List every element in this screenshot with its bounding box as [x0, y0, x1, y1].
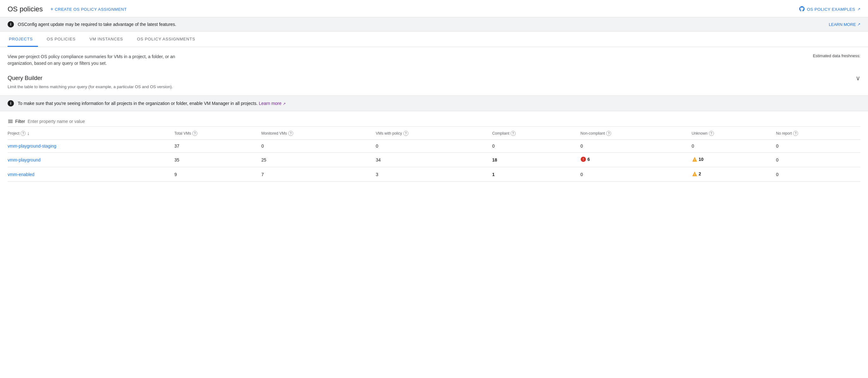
data-freshness-label: Estimated data freshness: — [813, 54, 860, 58]
unknown-value: 10 — [699, 157, 704, 162]
filter-row: Filter — [8, 116, 860, 127]
error-icon: ! — [581, 157, 586, 162]
cell-non-compliant: !6 — [581, 153, 691, 167]
table-row: vmm-enabled97310!20 — [8, 167, 860, 182]
cell-total-vms: 9 — [174, 167, 261, 182]
cell-no-report: 0 — [776, 140, 860, 153]
col-no-report: No report ? — [776, 127, 860, 140]
unknown-help-icon[interactable]: ? — [709, 131, 714, 136]
header-left: OS policies + CREATE OS POLICY ASSIGNMEN… — [8, 5, 127, 13]
cell-vms-with-policy: 34 — [376, 153, 492, 167]
monitored-vms-help-icon[interactable]: ? — [288, 131, 293, 136]
learn-more-label: LEARN MORE — [829, 22, 856, 27]
external-link-icon-2: ↗ — [857, 22, 860, 27]
tabs-container: PROJECTS OS POLICIES VM INSTANCES OS POL… — [0, 32, 868, 47]
query-builder-subtitle: Limit the table to items matching your q… — [8, 84, 860, 89]
table-container: Project ? ↓ Total VMs ? Monitored — [8, 127, 860, 182]
cell-project: vmm-playground — [8, 153, 174, 167]
info-banner-2-learn-more[interactable]: Learn more ↗ — [259, 101, 285, 106]
plus-icon: + — [50, 6, 54, 12]
project-link[interactable]: vmm-enabled — [8, 172, 34, 177]
info-icon-2: i — [8, 100, 14, 106]
filter-label: Filter — [15, 119, 25, 124]
cell-compliant: 18 — [492, 153, 581, 167]
query-builder-header[interactable]: Query Builder ∨ — [8, 74, 860, 84]
project-sort-icon[interactable]: ↓ — [27, 131, 29, 136]
cell-no-report: 0 — [776, 167, 860, 182]
create-link-label: CREATE OS POLICY ASSIGNMENT — [55, 7, 127, 12]
warning-icon: ! — [692, 157, 698, 162]
info-banner-2: i To make sure that you're seeing inform… — [0, 96, 868, 111]
cell-non-compliant: 0 — [581, 167, 691, 182]
external-link-icon: ↗ — [857, 7, 861, 11]
cell-total-vms: 37 — [174, 140, 261, 153]
compliant-help-icon[interactable]: ? — [510, 131, 516, 136]
total-vms-help-icon[interactable]: ? — [192, 131, 197, 136]
col-monitored-vms: Monitored VMs ? — [261, 127, 376, 140]
cell-total-vms: 35 — [174, 153, 261, 167]
tab-os-policies[interactable]: OS POLICIES — [45, 32, 81, 47]
unknown-value: 2 — [699, 171, 701, 176]
tab-vm-instances[interactable]: VM INSTANCES — [88, 32, 128, 47]
external-link-icon-3: ↗ — [283, 102, 286, 106]
cell-project: vmm-playground-staging — [8, 140, 174, 153]
cell-vms-with-policy: 0 — [376, 140, 492, 153]
cell-monitored-vms: 25 — [261, 153, 376, 167]
description-row: View per-project OS policy compliance su… — [8, 54, 860, 67]
vms-with-policy-help-icon[interactable]: ? — [403, 131, 408, 136]
col-unknown: Unknown ? — [692, 127, 776, 140]
table-row: vmm-playground-staging37000000 — [8, 140, 860, 153]
info-icon: i — [8, 21, 14, 28]
non-compliant-help-icon[interactable]: ? — [606, 131, 611, 136]
unknown-badge: !2 — [692, 171, 701, 177]
warning-icon: ! — [692, 171, 698, 177]
tab-os-policy-assignments[interactable]: OS POLICY ASSIGNMENTS — [136, 32, 200, 47]
cell-project: vmm-enabled — [8, 167, 174, 182]
project-link[interactable]: vmm-playground — [8, 158, 40, 163]
info-banner-text: OSConfig agent update may be required to… — [18, 22, 176, 27]
main-content: View per-project OS policy compliance su… — [0, 47, 868, 188]
cell-compliant: 1 — [492, 167, 581, 182]
cell-no-report: 0 — [776, 153, 860, 167]
cell-compliant: 0 — [492, 140, 581, 153]
tab-projects[interactable]: PROJECTS — [8, 32, 38, 47]
os-policy-examples-link[interactable]: OS POLICY EXAMPLES ↗ — [799, 6, 860, 13]
col-total-vms: Total VMs ? — [174, 127, 261, 140]
col-non-compliant: Non-compliant ? — [581, 127, 691, 140]
query-builder-title: Query Builder — [8, 75, 42, 81]
cell-unknown: !2 — [692, 167, 776, 182]
filter-input[interactable] — [28, 119, 122, 124]
cell-unknown: !10 — [692, 153, 776, 167]
svg-text:!: ! — [583, 158, 584, 161]
page-title: OS policies — [8, 5, 43, 13]
non-compliant-value: 6 — [587, 157, 590, 162]
col-compliant: Compliant ? — [492, 127, 581, 140]
table-header-row: Project ? ↓ Total VMs ? Monitored — [8, 127, 860, 140]
cell-vms-with-policy: 3 — [376, 167, 492, 182]
table-row: vmm-playground35253418!6!100 — [8, 153, 860, 167]
info-banner-2-prefix: To make sure that you're seeing informat… — [18, 101, 257, 106]
svg-text:!: ! — [694, 159, 695, 162]
cell-unknown: 0 — [692, 140, 776, 153]
header-right: OS POLICY EXAMPLES ↗ — [799, 6, 860, 13]
project-link[interactable]: vmm-playground-staging — [8, 143, 56, 148]
unknown-badge: !10 — [692, 157, 704, 162]
projects-table: Project ? ↓ Total VMs ? Monitored — [8, 127, 860, 182]
create-os-policy-link[interactable]: + CREATE OS POLICY ASSIGNMENT — [50, 6, 127, 12]
info-banner: i OSConfig agent update may be required … — [0, 18, 868, 32]
info-banner-2-text: To make sure that you're seeing informat… — [18, 101, 286, 106]
cell-non-compliant: 0 — [581, 140, 691, 153]
col-vms-with-policy: VMs with policy ? — [376, 127, 492, 140]
github-icon — [799, 6, 805, 13]
query-builder: Query Builder ∨ Limit the table to items… — [8, 74, 860, 89]
filter-icon — [8, 120, 13, 123]
cell-monitored-vms: 7 — [261, 167, 376, 182]
learn-more-link[interactable]: LEARN MORE ↗ — [829, 22, 860, 27]
no-report-help-icon[interactable]: ? — [793, 131, 798, 136]
page-header: OS policies + CREATE OS POLICY ASSIGNMEN… — [0, 0, 868, 18]
svg-text:!: ! — [694, 173, 695, 176]
description-text: View per-project OS policy compliance su… — [8, 54, 197, 67]
info-banner-left: i OSConfig agent update may be required … — [8, 21, 176, 28]
col-project: Project ? ↓ — [8, 127, 174, 140]
project-help-icon[interactable]: ? — [21, 131, 26, 136]
